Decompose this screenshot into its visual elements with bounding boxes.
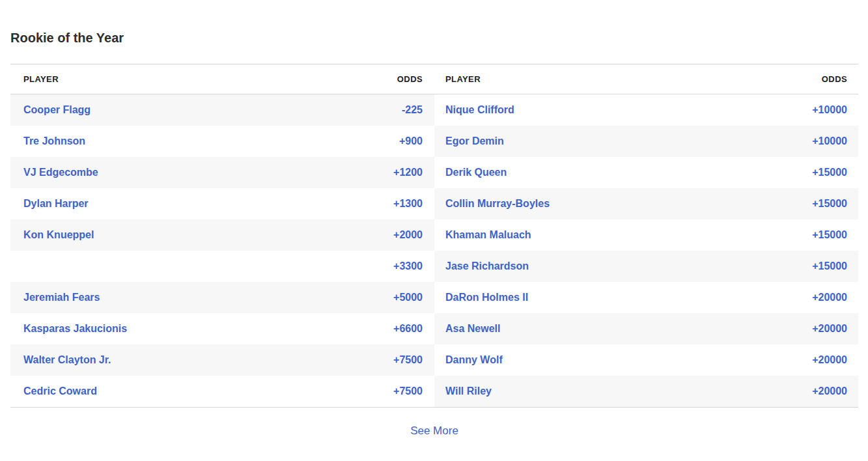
table-row[interactable]: Khaman Maluach +15000 bbox=[434, 219, 858, 251]
player-name-link[interactable]: Jase Richardson bbox=[445, 260, 529, 272]
odds-value[interactable]: -225 bbox=[402, 104, 423, 116]
odds-value[interactable]: +20000 bbox=[812, 385, 847, 397]
table-row[interactable]: Kon Knueppel +2000 bbox=[10, 219, 434, 251]
player-name-link[interactable]: Cedric Coward bbox=[23, 385, 97, 397]
odds-value[interactable]: +3300 bbox=[393, 260, 423, 272]
odds-value[interactable]: +10000 bbox=[812, 104, 847, 116]
player-name-link[interactable]: Dylan Harper bbox=[23, 198, 89, 210]
column-header-player: PLAYER bbox=[23, 74, 59, 84]
odds-value[interactable]: +20000 bbox=[812, 292, 847, 303]
table-row[interactable]: Kasparas Jakucionis +6600 bbox=[10, 313, 434, 344]
odds-table-right: PLAYER ODDS Nique Clifford +10000 Egor D… bbox=[434, 64, 858, 407]
player-name-link[interactable]: Khaman Maluach bbox=[445, 229, 531, 241]
odds-value[interactable]: +6600 bbox=[393, 323, 423, 335]
table-header-left: PLAYER ODDS bbox=[10, 64, 434, 94]
see-more-container: See More bbox=[10, 425, 858, 438]
odds-value[interactable]: +1300 bbox=[393, 198, 423, 210]
player-name-link[interactable]: Nique Clifford bbox=[445, 104, 514, 116]
odds-value[interactable]: +5000 bbox=[393, 292, 423, 303]
player-name-link[interactable]: Danny Wolf bbox=[445, 354, 503, 366]
table-row[interactable]: Nique Clifford +10000 bbox=[434, 94, 858, 126]
column-header-odds: ODDS bbox=[397, 74, 423, 84]
see-more-link[interactable]: See More bbox=[410, 425, 458, 438]
player-name-link[interactable]: Asa Newell bbox=[445, 323, 500, 335]
odds-value[interactable]: +15000 bbox=[812, 229, 847, 241]
table-row[interactable]: Egor Demin +10000 bbox=[434, 126, 858, 157]
table-row[interactable]: Jeremiah Fears +5000 bbox=[10, 282, 434, 313]
table-row[interactable]: Derik Queen +15000 bbox=[434, 157, 858, 188]
player-name-link[interactable]: Kon Knueppel bbox=[23, 229, 94, 241]
table-row[interactable]: Collin Murray-Boyles +15000 bbox=[434, 188, 858, 219]
table-row[interactable]: Cooper Flagg -225 bbox=[10, 94, 434, 126]
odds-value[interactable]: +10000 bbox=[812, 135, 847, 147]
table-header-right: PLAYER ODDS bbox=[434, 64, 858, 94]
player-name-link[interactable]: Cooper Flagg bbox=[23, 104, 91, 116]
table-row[interactable]: VJ Edgecombe +1200 bbox=[10, 157, 434, 188]
odds-value[interactable]: +900 bbox=[399, 135, 423, 147]
table-row[interactable]: DaRon Holmes II +20000 bbox=[434, 282, 858, 313]
player-name-link[interactable]: Collin Murray-Boyles bbox=[445, 198, 550, 210]
odds-value[interactable]: +15000 bbox=[812, 198, 847, 210]
player-name-link[interactable]: Walter Clayton Jr. bbox=[23, 354, 111, 366]
player-name-link[interactable]: Tre Johnson bbox=[23, 135, 85, 147]
player-name-link[interactable]: VJ Edgecombe bbox=[23, 167, 98, 178]
odds-value[interactable]: +1200 bbox=[393, 167, 423, 178]
column-header-player: PLAYER bbox=[445, 74, 481, 84]
odds-value[interactable]: +7500 bbox=[393, 354, 423, 366]
player-name-link[interactable]: Kasparas Jakucionis bbox=[23, 323, 127, 335]
table-row[interactable]: Asa Newell +20000 bbox=[434, 313, 858, 344]
table-row[interactable]: Tre Johnson +900 bbox=[10, 126, 434, 157]
table-row[interactable]: Walter Clayton Jr. +7500 bbox=[10, 344, 434, 376]
odds-value[interactable]: +15000 bbox=[812, 260, 847, 272]
odds-value[interactable]: +20000 bbox=[812, 323, 847, 335]
odds-value[interactable]: +7500 bbox=[393, 385, 423, 397]
table-row[interactable]: Danny Wolf +20000 bbox=[434, 344, 858, 376]
table-row[interactable]: Cedric Coward +7500 bbox=[10, 376, 434, 407]
table-row[interactable]: Will Riley +20000 bbox=[434, 376, 858, 407]
odds-table-left: PLAYER ODDS Cooper Flagg -225 Tre Johnso… bbox=[10, 64, 434, 407]
odds-tables: PLAYER ODDS Cooper Flagg -225 Tre Johnso… bbox=[10, 64, 858, 408]
player-name-link[interactable]: Jeremiah Fears bbox=[23, 292, 100, 303]
odds-value[interactable]: +20000 bbox=[812, 354, 847, 366]
player-name-link[interactable]: Egor Demin bbox=[445, 135, 504, 147]
odds-value[interactable]: +15000 bbox=[812, 167, 847, 178]
player-name-link[interactable]: Will Riley bbox=[445, 385, 492, 397]
table-row[interactable]: +3300 bbox=[10, 251, 434, 282]
table-row[interactable]: Dylan Harper +1300 bbox=[10, 188, 434, 219]
odds-value[interactable]: +2000 bbox=[393, 229, 423, 241]
column-header-odds: ODDS bbox=[822, 74, 847, 84]
player-name-link[interactable]: Derik Queen bbox=[445, 167, 507, 178]
table-row[interactable]: Jase Richardson +15000 bbox=[434, 251, 858, 282]
rookie-of-the-year-section: Rookie of the Year PLAYER ODDS Cooper Fl… bbox=[0, 0, 868, 438]
page-title: Rookie of the Year bbox=[10, 30, 858, 46]
player-name-link[interactable]: DaRon Holmes II bbox=[445, 292, 528, 303]
